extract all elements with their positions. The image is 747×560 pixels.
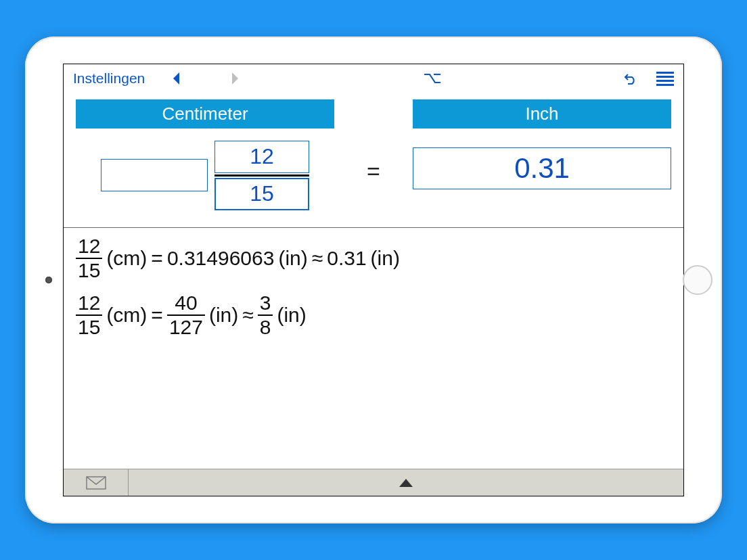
denominator-input[interactable]: 15 [214,178,309,210]
unit-text: (in) [209,304,238,327]
approx-text: ≈ [312,247,323,270]
fraction: 40 127 [167,293,205,337]
right-side: Inch 0.31 [413,99,671,212]
fraction-num: 12 [76,236,102,256]
equals-text: = [151,247,163,270]
home-button[interactable] [683,265,712,295]
fraction-input: 12 15 [214,141,309,210]
fraction-den: 8 [258,317,273,337]
nav-back-icon[interactable] [165,67,188,90]
unit-text: (in) [278,247,307,270]
app-screen: Instellingen [63,64,684,496]
unit-text: (cm) [106,304,147,327]
unit-text: (in) [371,247,400,270]
unit-text: (in) [277,304,306,327]
fraction-bar [214,174,309,177]
approx-text: ≈ [242,304,253,327]
fraction-den: 127 [167,317,205,337]
envelope-icon [86,476,106,490]
expand-button[interactable] [129,469,683,496]
results-panel: 12 15 (cm) = 0.31496063 (in) ≈ 0.31 (in)… [64,227,683,469]
menu-icon[interactable] [647,67,674,90]
left-side: Centimeter 12 15 [76,99,334,212]
equals-text: = [151,304,163,327]
fraction-num: 40 [173,293,199,313]
unit-header-right[interactable]: Inch [413,99,671,129]
chevron-up-icon [399,479,413,487]
value-text: 0.31 [327,247,366,270]
tablet-frame: Instellingen [25,37,722,523]
fraction-num: 12 [76,293,102,313]
unit-text: (cm) [106,247,147,270]
numerator-input[interactable]: 12 [214,141,309,173]
fraction-num: 3 [258,293,273,313]
value-text: 0.31496063 [167,247,275,270]
settings-link[interactable]: Instellingen [73,70,160,87]
mail-button[interactable] [64,469,129,496]
result-output[interactable]: 0.31 [413,147,671,189]
fraction-den: 15 [76,260,102,281]
svg-marker-1 [232,72,238,85]
result-line-2: 12 15 (cm) = 40 127 (in) ≈ 3 8 [76,293,671,337]
whole-number-input[interactable] [101,159,208,191]
fraction: 3 8 [258,293,273,337]
result-line-1: 12 15 (cm) = 0.31496063 (in) ≈ 0.31 (in) [76,236,671,281]
camera-dot [45,277,52,283]
unit-header-left[interactable]: Centimeter [76,99,334,129]
bottom-bar [64,469,683,496]
fraction: 12 15 [76,236,102,281]
svg-marker-0 [173,72,179,85]
nav-forward-icon [223,67,246,90]
undo-icon[interactable] [618,67,641,90]
equals-sign: = [361,131,386,212]
fraction-den: 15 [76,317,102,337]
conversion-row: Centimeter 12 15 = Inch 0.31 [64,93,683,227]
toolbar: Instellingen [64,64,683,93]
option-key-icon[interactable] [421,67,444,90]
left-input-area: 12 15 [76,138,334,212]
fraction: 12 15 [76,293,102,337]
